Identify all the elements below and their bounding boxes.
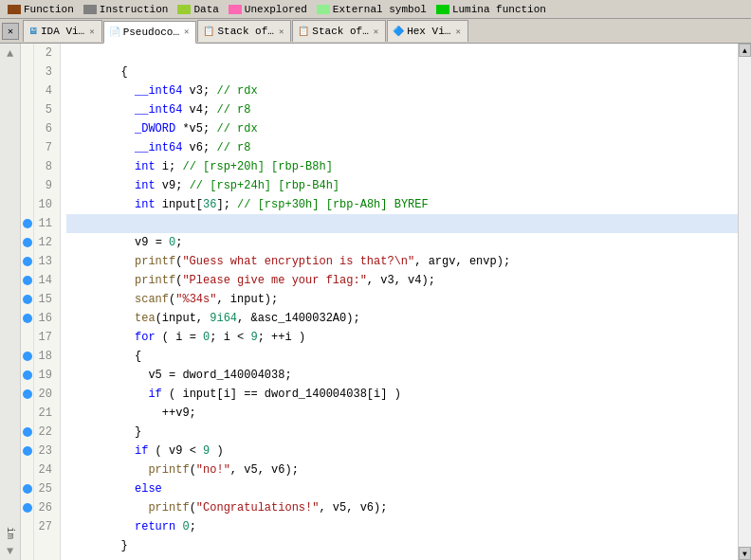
tab-ida-icon: 🖥 <box>28 26 38 37</box>
tab-pseudo-label: Pseudoco… <box>123 27 179 38</box>
code-line-11: v9 = 0; <box>66 214 738 233</box>
tab-pseudo-icon: 📄 <box>109 27 120 38</box>
legend-item-lumina: Lumina function <box>436 4 546 15</box>
bp-22 <box>21 423 33 442</box>
legend-item-unexplored: Unexplored <box>229 4 307 15</box>
bp-15 <box>21 290 33 309</box>
tab-stack1-close[interactable]: ✕ <box>277 27 285 37</box>
tab-pseudo-close[interactable]: ✕ <box>182 27 191 37</box>
bp-13 <box>21 252 33 271</box>
legend-item-data: Data <box>177 4 218 15</box>
tab-ida-close[interactable]: ✕ <box>87 27 96 37</box>
bp-19 <box>21 366 33 385</box>
code-line-3: __int64 v3; // rdx <box>66 63 738 81</box>
scroll-track[interactable] <box>739 57 751 547</box>
tab-hex-label: Hex Vi… <box>407 26 450 37</box>
bp-11 <box>21 214 33 233</box>
tab-stack2-label: Stack of… <box>312 26 368 37</box>
legend-item-function: Function <box>8 4 74 15</box>
tab-stack2-close[interactable]: ✕ <box>372 27 380 37</box>
bp-18 <box>21 347 33 366</box>
tab-stack1[interactable]: 📋 Stack of… ✕ <box>197 20 291 42</box>
legend-bar: Function Instruction Data Unexplored Ext… <box>0 0 751 19</box>
bp-25 <box>21 479 33 498</box>
legend-item-instruction: Instruction <box>83 4 169 15</box>
code-line-25: printf("Congratulations!", v5, v6); <box>66 479 738 498</box>
tab-pseudocode[interactable]: 📄 Pseudoco… ✕ <box>103 21 197 44</box>
tab-ida-label: IDA Vi… <box>41 26 84 37</box>
scroll-down-btn[interactable]: ▼ <box>739 547 751 560</box>
line-numbers: 2 3 4 5 6 7 8 9 10 11 12 13 14 15 16 17 … <box>34 44 61 560</box>
tab-bar: ✕ 🖥 IDA Vi… ✕ 📄 Pseudoco… ✕ 📋 Stack of… … <box>0 19 751 44</box>
tab-stack1-icon: 📋 <box>203 26 214 37</box>
bp-20 <box>21 385 33 404</box>
scroll-down-arrow[interactable]: ▼ <box>5 543 15 560</box>
tab-stack2[interactable]: 📋 Stack of… ✕ <box>292 20 386 42</box>
left-side-panel: ▲ im ▼ <box>0 44 21 560</box>
scroll-up-arrow[interactable]: ▲ <box>5 45 15 63</box>
bp-23 <box>21 442 33 461</box>
bp-12 <box>21 233 33 252</box>
main-area: ▲ im ▼ <box>0 44 751 560</box>
side-label: im <box>5 527 16 539</box>
tab-ida-view[interactable]: 🖥 IDA Vi… ✕ <box>23 20 102 42</box>
bp-26 <box>21 498 33 517</box>
tab-stack2-icon: 📋 <box>298 26 309 37</box>
legend-item-external: External symbol <box>317 4 427 15</box>
tab-stack1-label: Stack of… <box>217 26 273 37</box>
code-line-18: v5 = dword_140004038; <box>66 347 738 366</box>
bp-16 <box>21 309 33 328</box>
right-scrollbar[interactable]: ▲ ▼ <box>738 44 751 560</box>
code-line-22: if ( v9 < 9 ) <box>66 423 738 442</box>
code-content[interactable]: { __int64 v3; // rdx __int64 v4; // r8 _… <box>61 44 738 560</box>
tab-hex-view[interactable]: 🔷 Hex Vi… ✕ <box>387 20 468 42</box>
breakpoint-column <box>21 44 34 560</box>
tab-hex-icon: 🔷 <box>393 26 404 37</box>
panel-close-button[interactable]: ✕ <box>2 23 19 40</box>
scroll-up-btn[interactable]: ▲ <box>739 44 751 57</box>
tab-hex-close[interactable]: ✕ <box>453 27 462 37</box>
bp-14 <box>21 271 33 290</box>
code-panel: 2 3 4 5 6 7 8 9 10 11 12 13 14 15 16 17 … <box>21 44 738 560</box>
code-line-2: { <box>66 44 738 63</box>
